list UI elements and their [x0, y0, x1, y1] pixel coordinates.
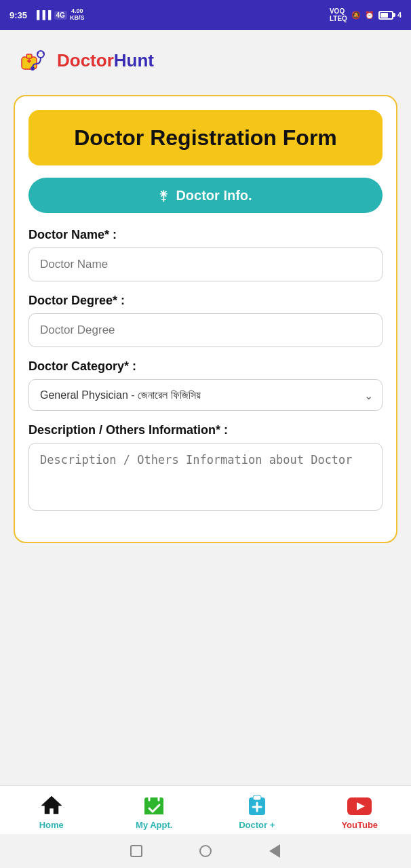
- section-bar: ⚵ Doctor Info.: [28, 178, 383, 213]
- doctor-degree-input[interactable]: [28, 313, 383, 347]
- doctor-category-label: Doctor Category* :: [28, 359, 383, 374]
- doctor-category-group: Doctor Category* : General Physician - জ…: [28, 359, 383, 411]
- section-bar-label: Doctor Info.: [176, 188, 252, 203]
- battery-icon: [378, 11, 393, 20]
- nav-item-home[interactable]: Home: [28, 793, 75, 830]
- nav-item-appt[interactable]: My Appt.: [130, 793, 178, 830]
- nav-doctor-label: Doctor +: [239, 820, 275, 830]
- system-nav-bar: [0, 834, 411, 868]
- mute-icon: 🔕: [351, 11, 361, 20]
- status-left: 9:35 ▐▐▐ 4G 4.00KB/S: [9, 8, 84, 22]
- main-content: Doctor Registration Form ⚵ Doctor Info. …: [0, 88, 411, 785]
- svg-point-6: [31, 66, 35, 71]
- doctor-category-select[interactable]: General Physician - জেনারেল ফিজিসিয় Car…: [28, 379, 383, 411]
- description-group: Description / Others Information* :: [28, 423, 383, 513]
- doctor-degree-group: Doctor Degree* :: [28, 294, 383, 347]
- logo-doctor-text: Doctor: [57, 50, 114, 71]
- voip-icon: VOQLTEQ: [330, 7, 347, 22]
- nav-youtube-label: YouTube: [341, 820, 378, 830]
- alarm-icon: ⏰: [365, 11, 374, 20]
- form-card: Doctor Registration Form ⚵ Doctor Info. …: [14, 95, 397, 543]
- network-badge: 4G: [54, 11, 67, 20]
- status-right: VOQLTEQ 🔕 ⏰ 4: [330, 7, 402, 22]
- stethoscope-icon: ⚵: [159, 187, 169, 203]
- bottom-nav: Home My Appt.: [0, 785, 411, 834]
- doctor-name-input[interactable]: [28, 248, 383, 281]
- nav-item-youtube[interactable]: YouTube: [336, 793, 383, 830]
- svg-marker-9: [41, 796, 62, 814]
- logo-hunt-text: Hunt: [114, 50, 154, 71]
- time-display: 9:35: [9, 10, 27, 20]
- doctor-degree-label: Doctor Degree* :: [28, 294, 383, 308]
- description-input[interactable]: [28, 443, 383, 511]
- svg-rect-18: [253, 795, 261, 800]
- doctor-name-label: Doctor Name* :: [28, 228, 383, 242]
- recent-apps-button[interactable]: [129, 844, 144, 859]
- app-logo-icon: [14, 42, 50, 79]
- calendar-icon: [142, 793, 166, 817]
- nav-item-doctor[interactable]: Doctor +: [233, 793, 281, 830]
- nav-appt-label: My Appt.: [136, 820, 172, 830]
- battery-level: 4: [397, 11, 402, 19]
- clipboard-icon: [245, 793, 269, 817]
- square-icon: [130, 845, 142, 857]
- youtube-icon: [347, 793, 372, 817]
- speed-display: 4.00KB/S: [70, 8, 85, 22]
- svg-point-7: [37, 52, 39, 54]
- signal-icon: ▐▐▐: [34, 10, 52, 20]
- circle-icon: [199, 845, 212, 857]
- svg-rect-2: [26, 54, 32, 58]
- form-title: Doctor Registration Form: [41, 125, 370, 151]
- back-button[interactable]: [267, 844, 282, 859]
- description-label: Description / Others Information* :: [28, 423, 383, 437]
- nav-home-label: Home: [39, 820, 64, 830]
- home-button[interactable]: [198, 844, 213, 859]
- doctor-category-select-wrapper: General Physician - জেনারেল ফিজিসিয় Car…: [28, 379, 383, 411]
- app-header: DoctorHunt: [0, 30, 411, 88]
- status-bar: 9:35 ▐▐▐ 4G 4.00KB/S VOQLTEQ 🔕 ⏰ 4: [0, 0, 411, 30]
- svg-point-8: [43, 52, 45, 54]
- back-icon: [269, 844, 280, 858]
- svg-rect-16: [144, 803, 163, 814]
- doctor-name-group: Doctor Name* :: [28, 228, 383, 281]
- svg-point-5: [37, 51, 44, 58]
- svg-rect-4: [28, 59, 30, 63]
- home-icon: [39, 793, 64, 817]
- app-logo-text: DoctorHunt: [57, 50, 154, 71]
- form-title-banner: Doctor Registration Form: [28, 110, 383, 165]
